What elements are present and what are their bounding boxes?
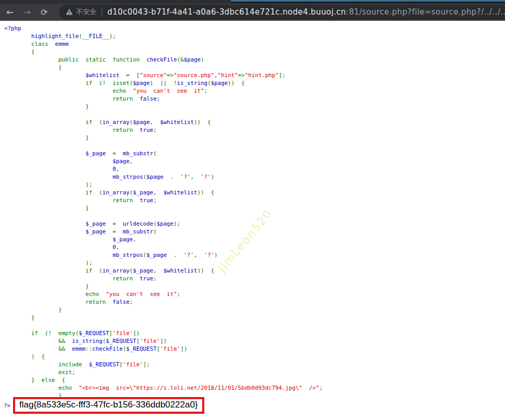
code-line: );: [4, 259, 505, 267]
security-badge[interactable]: 不安全: [76, 7, 96, 17]
code-line: return true;: [4, 126, 505, 134]
omnibox-divider: [102, 8, 102, 16]
code-line: echo "you can't see it";: [4, 290, 505, 298]
code-line: [4, 110, 505, 118]
code-line: if (in_array($_page, $whitelist)) {: [4, 267, 505, 275]
browser-toolbar: ← → ⟳ 不安全 d10c0043-b71f-4a41-a0a6-3dbc61…: [0, 4, 505, 21]
code-line: 0,: [4, 243, 505, 251]
code-line: $_page,: [4, 236, 505, 243]
code-line: }: [4, 134, 505, 142]
php-close-tag: ?>: [4, 402, 10, 409]
code-line: echo "you can't see it";: [4, 87, 505, 95]
flag-row: ?> flag{8a533e5c-fff3-47fc-b156-336ddb02…: [4, 397, 505, 414]
code-line: class emmm: [4, 40, 505, 48]
warning-triangle-icon: [66, 7, 73, 17]
code-line: }: [4, 306, 505, 314]
address-bar[interactable]: 不安全 d10c0043-b71f-4a41-a0a6-3dbc614e721c…: [59, 5, 505, 20]
code-line: <?php: [4, 24, 505, 32]
code-line: }: [4, 103, 505, 110]
code-line: $page,: [4, 157, 505, 165]
code-line: $_page = mb_substr(: [4, 228, 505, 236]
active-tab-edge: [0, 0, 231, 4]
back-button[interactable]: ←: [3, 4, 17, 21]
code-line: [4, 322, 505, 329]
code-line: return false;: [4, 95, 505, 103]
code-line: }: [4, 314, 505, 322]
page-content: <?php highlight_file(__FILE__); class em…: [0, 21, 505, 419]
code-line: {: [4, 48, 505, 56]
browser-window: ← → ⟳ 不安全 d10c0043-b71f-4a41-a0a6-3dbc61…: [0, 0, 505, 420]
reload-button[interactable]: ⟳: [38, 4, 51, 21]
code-line: }: [4, 204, 505, 212]
code-line: $_page = urldecode($page);: [4, 220, 505, 228]
tab-strip-accent: [231, 0, 505, 4]
code-line: if (! empty($_REQUEST['file']): [4, 329, 505, 337]
code-line: [4, 212, 505, 220]
code-line: if (! isset($page) || !is_string($page))…: [4, 79, 505, 87]
code-line: return false;: [4, 298, 505, 306]
code-line: highlight_file(__FILE__);: [4, 32, 505, 40]
url-path: :81/source.php?file=source.php?/../../..…: [346, 7, 505, 17]
code-line: ) {: [4, 353, 505, 361]
url-host: d10c0043-b71f-4a41-a0a6-3dbc614e721c.nod…: [107, 7, 346, 17]
code-line: mb_strpos($_page . '?', '?'): [4, 251, 505, 259]
code-line: echo "<br><img src=\"https://i.loli.net/…: [4, 384, 505, 392]
code-line: && is_string($_REQUEST['file']): [4, 337, 505, 345]
code-block: <?php highlight_file(__FILE__); class em…: [0, 21, 505, 400]
code-line: if (in_array($_page, $whitelist)) {: [4, 189, 505, 196]
code-line: }: [4, 282, 505, 290]
code-line: include $_REQUEST['file'];: [4, 361, 505, 368]
code-line: } else {: [4, 376, 505, 384]
code-line: 0,: [4, 165, 505, 173]
code-line: $whitelist = ["source"=>"source.php","hi…: [4, 71, 505, 79]
code-line: return true;: [4, 275, 505, 282]
flag-box: flag{8a533e5c-fff3-47fc-b156-336ddb0222a…: [13, 397, 204, 414]
code-line: mb_strpos($page . '?', '?'): [4, 173, 505, 181]
code-line: && emmm::checkFile($_REQUEST['file']): [4, 345, 505, 353]
code-line: );: [4, 181, 505, 189]
code-line: return true;: [4, 196, 505, 204]
code-line: public static function checkFile(&$page): [4, 56, 505, 64]
code-line: {: [4, 64, 505, 71]
url-text: d10c0043-b71f-4a41-a0a6-3dbc614e721c.nod…: [107, 7, 505, 17]
code-line: [4, 142, 505, 150]
code-line: if (in_array($page, $whitelist)) {: [4, 118, 505, 126]
code-line: exit;: [4, 368, 505, 376]
forward-button[interactable]: →: [20, 4, 34, 21]
code-line: $_page = mb_substr(: [4, 150, 505, 157]
tab-strip: [0, 0, 505, 4]
